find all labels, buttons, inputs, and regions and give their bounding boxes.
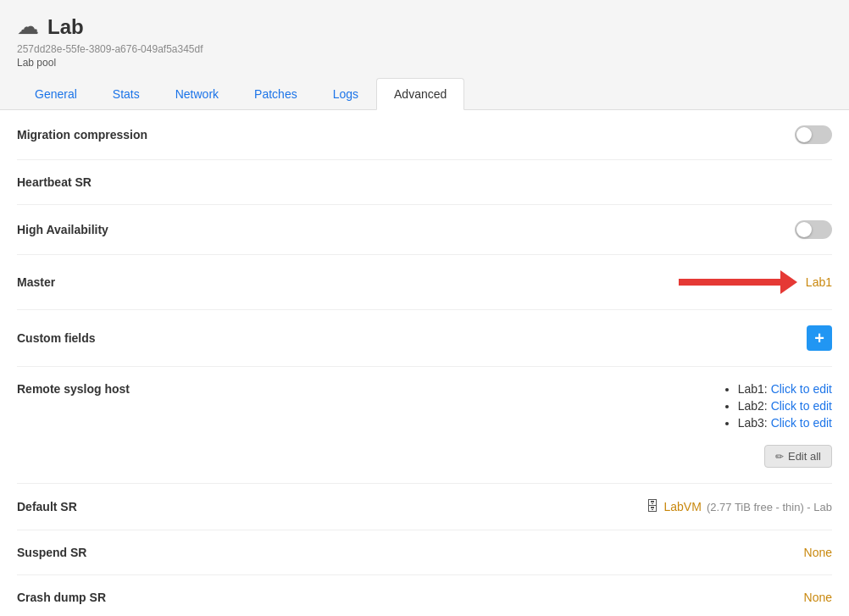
- default-sr-value: 🗄 LabVM (2.77 TiB free - thin) - Lab: [271, 499, 832, 514]
- page-title: Lab: [47, 15, 84, 39]
- heartbeat-sr-row: Heartbeat SR: [17, 160, 832, 205]
- migration-compression-toggle[interactable]: [795, 125, 832, 144]
- syslog-lab1-name: Lab1:: [738, 382, 768, 396]
- suspend-sr-none: None: [804, 546, 832, 559]
- tab-advanced[interactable]: Advanced: [376, 78, 464, 110]
- custom-fields-row: Custom fields +: [17, 310, 832, 367]
- list-item: Lab2: Click to edit: [738, 399, 832, 413]
- remote-syslog-host-value: Lab1: Click to edit Lab2: Click to edit …: [724, 382, 832, 468]
- database-icon: 🗄: [646, 499, 659, 514]
- suspend-sr-row: Suspend SR None: [17, 530, 832, 575]
- main-content: Migration compression Heartbeat SR High …: [0, 110, 849, 616]
- edit-all-label: Edit all: [788, 450, 821, 463]
- edit-all-button[interactable]: ✏ Edit all: [764, 445, 832, 468]
- page-header: ☁ Lab 257dd28e-55fe-3809-a676-049af5a345…: [0, 0, 849, 110]
- high-availability-toggle[interactable]: [795, 220, 832, 239]
- remote-syslog-host-row: Remote syslog host Lab1: Click to edit L…: [17, 367, 832, 484]
- default-sr-label: Default SR: [17, 500, 271, 513]
- red-arrow-annotation: [679, 270, 797, 294]
- crash-dump-sr-label: Crash dump SR: [17, 591, 271, 604]
- migration-compression-row: Migration compression: [17, 110, 832, 160]
- suspend-sr-value: None: [271, 546, 832, 559]
- tab-patches[interactable]: Patches: [236, 78, 315, 110]
- migration-compression-value: [271, 125, 832, 144]
- crash-dump-sr-none: None: [804, 591, 832, 604]
- syslog-lab2-edit[interactable]: Click to edit: [771, 399, 832, 413]
- list-item: Lab1: Click to edit: [738, 382, 832, 396]
- cloud-icon: ☁: [17, 14, 39, 40]
- heartbeat-sr-label: Heartbeat SR: [17, 175, 271, 189]
- tab-stats[interactable]: Stats: [95, 78, 158, 110]
- syslog-lab2-name: Lab2:: [738, 399, 768, 413]
- master-value: Lab1: [806, 275, 832, 289]
- default-sr-row: Default SR 🗄 LabVM (2.77 TiB free - thin…: [17, 484, 832, 530]
- high-availability-label: High Availability: [17, 223, 271, 236]
- tab-bar: General Stats Network Patches Logs Advan…: [17, 77, 832, 109]
- master-value-container: Lab1: [271, 270, 832, 294]
- tab-logs[interactable]: Logs: [315, 78, 376, 110]
- remote-syslog-host-label: Remote syslog host: [17, 382, 271, 396]
- pool-label: Lab pool: [17, 57, 832, 69]
- arrow-head: [780, 270, 797, 294]
- custom-fields-value: +: [271, 325, 832, 351]
- arrow-body: [679, 279, 780, 286]
- list-item: Lab3: Click to edit: [738, 416, 832, 430]
- default-sr-name: LabVM: [664, 500, 702, 513]
- master-row: Master Lab1: [17, 255, 832, 310]
- suspend-sr-label: Suspend SR: [17, 546, 271, 559]
- uuid-label: 257dd28e-55fe-3809-a676-049af5a345df: [17, 43, 832, 55]
- pencil-icon: ✏: [775, 451, 784, 463]
- default-sr-detail: (2.77 TiB free - thin) - Lab: [707, 501, 832, 513]
- add-custom-field-button[interactable]: +: [807, 325, 832, 351]
- high-availability-row: High Availability: [17, 205, 832, 255]
- crash-dump-sr-row: Crash dump SR None: [17, 575, 832, 616]
- custom-fields-label: Custom fields: [17, 331, 271, 345]
- crash-dump-sr-value: None: [271, 591, 832, 604]
- master-label: Master: [17, 275, 271, 289]
- syslog-lab1-edit[interactable]: Click to edit: [771, 382, 832, 396]
- syslog-host-list: Lab1: Click to edit Lab2: Click to edit …: [724, 382, 832, 433]
- high-availability-value: [271, 220, 832, 239]
- migration-compression-label: Migration compression: [17, 128, 271, 142]
- tab-network[interactable]: Network: [158, 78, 236, 110]
- syslog-lab3-name: Lab3:: [738, 416, 768, 430]
- tab-general[interactable]: General: [17, 78, 95, 110]
- syslog-lab3-edit[interactable]: Click to edit: [771, 416, 832, 430]
